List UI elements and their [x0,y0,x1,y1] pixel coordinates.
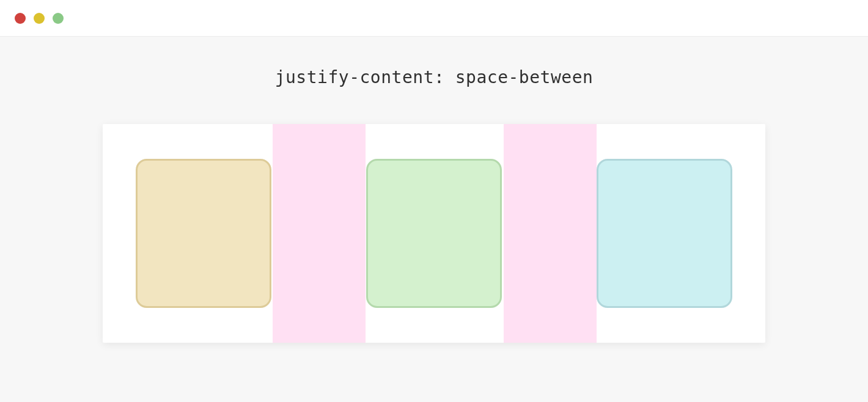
flex-item-1 [136,159,271,308]
flex-item-3 [597,159,732,308]
close-icon[interactable] [15,13,26,24]
zoom-icon[interactable] [53,13,64,24]
page-title: justify-content: space-between [0,67,868,87]
window-titlebar [0,0,868,37]
flex-container [103,124,765,343]
flex-demo-card [103,124,765,343]
flex-item-2 [366,159,502,308]
minimize-icon[interactable] [34,13,45,24]
